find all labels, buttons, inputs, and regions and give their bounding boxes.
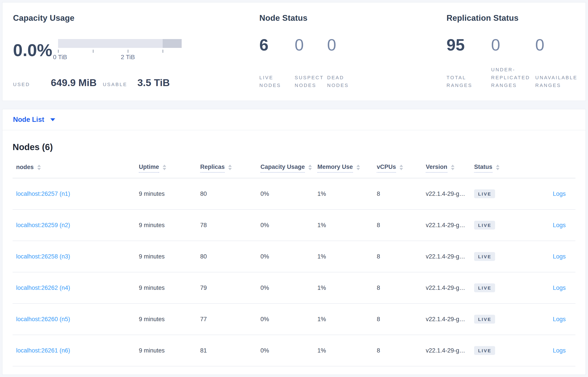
total-ranges-value: 95 xyxy=(447,37,491,53)
unavailable-ranges-stat: 0 UNAVAILABLE RANGES xyxy=(535,37,582,89)
table-row: localhost:26258 (n3) 9 minutes 80 0% 1% … xyxy=(12,241,576,272)
replicas-cell: 79 xyxy=(200,284,260,291)
sort-icon xyxy=(228,165,232,170)
memory-use-cell: 1% xyxy=(318,284,377,291)
status-badge: LIVE xyxy=(474,283,495,292)
unavailable-ranges-value: 0 xyxy=(535,37,582,53)
total-ranges-label: TOTAL RANGES xyxy=(447,74,475,89)
node-address-link[interactable]: localhost:26257 (n1) xyxy=(16,190,70,197)
usable-label: USABLE xyxy=(103,81,127,88)
live-nodes-label: LIVE NODES xyxy=(259,74,290,89)
cluster-overview-page: Capacity Usage 0.0% 0 TiB 2 TiB xyxy=(0,0,588,375)
dead-nodes-stat: 0 DEAD NODES xyxy=(327,37,358,89)
live-nodes-value: 6 xyxy=(259,37,295,53)
status-cell: LIVE xyxy=(474,283,525,292)
version-cell: v22.1.4-29-g… xyxy=(426,222,474,229)
logs-link[interactable]: Logs xyxy=(553,316,566,322)
logs-link[interactable]: Logs xyxy=(553,347,566,354)
node-address-link[interactable]: localhost:26262 (n4) xyxy=(16,284,70,291)
replicas-cell: 80 xyxy=(200,253,260,260)
view-selector-bar: Node List xyxy=(2,109,586,130)
gauge-tick xyxy=(163,50,163,53)
status-badge: LIVE xyxy=(474,315,495,324)
sort-icon xyxy=(451,165,455,170)
column-header-nodes[interactable]: nodes xyxy=(16,164,139,172)
gauge-tick-label-0: 0 TiB xyxy=(53,54,67,61)
node-list-dropdown[interactable]: Node List xyxy=(13,116,55,124)
capacity-usage-cell: 0% xyxy=(260,253,318,260)
gauge-tick xyxy=(128,50,128,53)
dead-nodes-label: DEAD NODES xyxy=(327,74,358,89)
capacity-panel-title: Capacity Usage xyxy=(13,13,258,23)
table-row: localhost:26262 (n4) 9 minutes 79 0% 1% … xyxy=(12,272,576,304)
gauge-tick xyxy=(58,50,59,53)
logs-cell: Logs xyxy=(525,284,576,291)
vcpus-cell: 8 xyxy=(377,284,426,291)
node-address-link[interactable]: localhost:26261 (n6) xyxy=(16,347,70,354)
capacity-usage-cell: 0% xyxy=(260,347,318,354)
capacity-usage-cell: 0% xyxy=(260,284,318,291)
capacity-gauge-row: 0.0% 0 TiB 2 TiB xyxy=(13,39,258,61)
logs-link[interactable]: Logs xyxy=(553,190,566,197)
version-cell: v22.1.4-29-g… xyxy=(426,316,474,323)
column-header-vcpus[interactable]: vCPUs xyxy=(377,164,426,173)
gauge-tick xyxy=(93,50,93,53)
summary-panels-card: Capacity Usage 0.0% 0 TiB 2 TiB xyxy=(2,2,586,101)
column-header-capacity-usage[interactable]: Capacity Usage xyxy=(260,164,318,173)
node-address-link[interactable]: localhost:26259 (n2) xyxy=(16,222,70,228)
replication-status-panel: Replication Status 95 TOTAL RANGES 0 UND… xyxy=(445,2,586,101)
column-header-version[interactable]: Version xyxy=(426,164,474,173)
gauge-tick-label-2: 2 TiB xyxy=(121,54,135,61)
nodes-table-title: Nodes (6) xyxy=(12,142,576,152)
logs-cell: Logs xyxy=(525,190,576,197)
capacity-usage-panel: Capacity Usage 0.0% 0 TiB 2 TiB xyxy=(2,2,258,101)
node-address-link[interactable]: localhost:26258 (n3) xyxy=(16,253,70,260)
version-cell: v22.1.4-29-g… xyxy=(426,284,474,291)
unavailable-ranges-label: UNAVAILABLE RANGES xyxy=(535,74,582,89)
version-cell: v22.1.4-29-g… xyxy=(426,190,474,197)
vcpus-cell: 8 xyxy=(377,222,426,229)
replication-stats: 95 TOTAL RANGES 0 UNDER-REPLICATED RANGE… xyxy=(447,37,586,101)
total-ranges-stat: 95 TOTAL RANGES xyxy=(447,37,491,89)
version-cell: v22.1.4-29-g… xyxy=(426,347,474,354)
node-status-stats: 6 LIVE NODES 0 SUSPECT NODES 0 DEAD NODE… xyxy=(259,37,445,101)
version-cell: v22.1.4-29-g… xyxy=(426,253,474,260)
logs-link[interactable]: Logs xyxy=(553,222,566,228)
nodes-table-card: Nodes (6) nodes Uptime Replicas Capacity… xyxy=(2,130,586,375)
live-nodes-stat: 6 LIVE NODES xyxy=(259,37,295,89)
table-row: localhost:26259 (n2) 9 minutes 78 0% 1% … xyxy=(12,210,576,241)
logs-link[interactable]: Logs xyxy=(553,253,566,260)
column-header-replicas[interactable]: Replicas xyxy=(200,164,260,173)
capacity-usage-cell: 0% xyxy=(260,316,318,323)
capacity-gauge: 0 TiB 2 TiB xyxy=(58,39,182,61)
node-address-link[interactable]: localhost:26260 (n5) xyxy=(16,316,70,322)
uptime-cell: 9 minutes xyxy=(139,253,200,260)
node-list-dropdown-label: Node List xyxy=(13,116,44,124)
column-header-uptime[interactable]: Uptime xyxy=(139,164,200,173)
used-value: 649.9 MiB xyxy=(51,77,97,89)
under-replicated-ranges-label: UNDER-REPLICATED RANGES xyxy=(491,66,533,89)
capacity-gauge-bar xyxy=(58,39,182,48)
memory-use-cell: 1% xyxy=(318,253,377,260)
replicas-cell: 77 xyxy=(200,316,260,323)
uptime-cell: 9 minutes xyxy=(139,347,200,354)
suspect-nodes-label: SUSPECT NODES xyxy=(295,74,326,89)
uptime-cell: 9 minutes xyxy=(139,316,200,323)
uptime-cell: 9 minutes xyxy=(139,190,200,197)
capacity-usage-cell: 0% xyxy=(260,190,318,197)
node-status-panel: Node Status 6 LIVE NODES 0 SUSPECT NODES… xyxy=(258,2,445,101)
column-header-memory-use[interactable]: Memory Use xyxy=(318,164,377,173)
logs-cell: Logs xyxy=(525,253,576,260)
logs-cell: Logs xyxy=(525,316,576,323)
table-row: localhost:26261 (n6) 9 minutes 81 0% 1% … xyxy=(12,335,576,366)
logs-cell: Logs xyxy=(525,222,576,229)
under-replicated-ranges-stat: 0 UNDER-REPLICATED RANGES xyxy=(491,37,535,89)
column-header-status[interactable]: Status xyxy=(474,164,525,173)
node-status-panel-title: Node Status xyxy=(259,13,445,23)
capacity-stats-row: USED 649.9 MiB USABLE 3.5 TiB xyxy=(13,77,258,89)
vcpus-cell: 8 xyxy=(377,347,426,354)
sort-icon xyxy=(163,165,166,170)
status-cell: LIVE xyxy=(474,221,525,230)
usable-value: 3.5 TiB xyxy=(138,77,170,89)
logs-link[interactable]: Logs xyxy=(553,284,566,291)
